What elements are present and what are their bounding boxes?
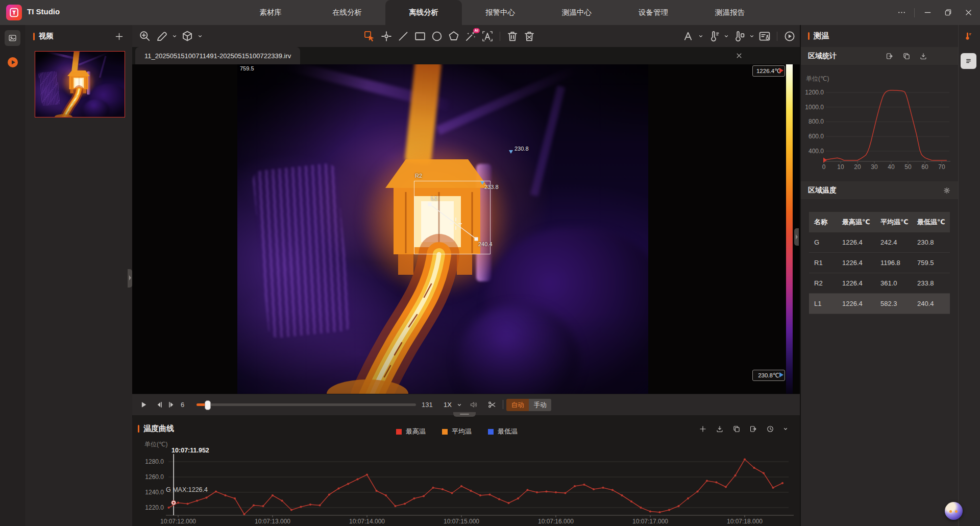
- temp-point-icon[interactable]: [707, 30, 720, 43]
- media-gallery-icon[interactable]: [5, 30, 20, 46]
- svg-text:20: 20: [854, 163, 861, 171]
- chevron-down-icon[interactable]: [172, 34, 177, 39]
- svg-text:10:07:15.000: 10:07:15.000: [444, 518, 479, 525]
- tab-离线分析[interactable]: 离线分析: [385, 0, 462, 25]
- export-icon[interactable]: [749, 425, 757, 433]
- ai-detect-icon[interactable]: AI: [464, 30, 477, 43]
- current-frame: 6: [181, 401, 184, 409]
- clock-icon[interactable]: [766, 425, 774, 433]
- timeline-slider[interactable]: [197, 403, 416, 406]
- thermal-viewer[interactable]: 759.5 230.8 R2 233.8 L1 240.4 1226.4℃ 23…: [132, 64, 800, 394]
- delete-all-icon[interactable]: [523, 30, 536, 43]
- rect-tool-icon[interactable]: [413, 30, 427, 43]
- line-tool-icon[interactable]: [397, 30, 410, 43]
- chevron-down-icon[interactable]: [783, 426, 788, 432]
- svg-text:1260.0: 1260.0: [145, 473, 164, 481]
- download-icon[interactable]: [716, 425, 724, 433]
- scissors-icon[interactable]: [487, 400, 497, 410]
- minimize-icon[interactable]: [920, 5, 935, 20]
- chevron-down-icon[interactable]: [724, 34, 729, 39]
- list-icon[interactable]: [961, 53, 976, 69]
- record-play-icon[interactable]: [8, 57, 18, 67]
- file-tab-bar: 11_20250515100711491-20250515100722339.i…: [132, 47, 800, 64]
- speed-select[interactable]: 1X: [444, 401, 452, 409]
- tab-测温中心[interactable]: 测温中心: [538, 0, 615, 25]
- copy-icon[interactable]: [732, 425, 741, 433]
- assistant-chat-button[interactable]: [945, 502, 963, 520]
- pen-style-icon[interactable]: [155, 30, 168, 43]
- manual-mode-button[interactable]: 手动: [529, 399, 551, 411]
- thermometer-icon[interactable]: [963, 31, 972, 41]
- chevron-down-icon[interactable]: [698, 34, 703, 39]
- svg-text:800.0: 800.0: [808, 118, 824, 125]
- total-frames: 131: [422, 401, 433, 409]
- polygon-tool-icon[interactable]: [447, 30, 460, 43]
- font-icon[interactable]: [681, 30, 695, 43]
- add-icon[interactable]: [699, 425, 707, 433]
- tab-设备管理[interactable]: 设备管理: [615, 0, 692, 25]
- tab-在线分析[interactable]: 在线分析: [309, 0, 385, 25]
- svg-text:70: 70: [938, 163, 945, 171]
- delete-icon[interactable]: [506, 30, 519, 43]
- palette-cube-icon[interactable]: [181, 30, 194, 43]
- colorbar-max-marker[interactable]: [779, 68, 783, 73]
- speaker-icon[interactable]: [469, 400, 479, 410]
- chevron-down-icon[interactable]: [749, 34, 754, 39]
- step-back-icon[interactable]: [154, 400, 164, 410]
- video-panel-title: 视频: [39, 32, 53, 41]
- r1-min-label: 759.5: [240, 65, 254, 71]
- close-icon[interactable]: [961, 5, 976, 20]
- gear-icon[interactable]: [943, 186, 951, 195]
- close-icon[interactable]: [734, 51, 744, 60]
- video-panel: 视频: [25, 25, 133, 526]
- copy-icon[interactable]: [902, 52, 911, 60]
- maximize-icon[interactable]: [940, 5, 955, 20]
- svg-text:10:07:11.952: 10:07:11.952: [172, 447, 209, 454]
- svg-text:10:07:13.000: 10:07:13.000: [255, 518, 290, 525]
- table-row-R2[interactable]: R21226.4361.0233.8: [809, 273, 950, 294]
- tab-报警中心[interactable]: 报警中心: [462, 0, 538, 25]
- region-stats-header: 区域统计: [801, 47, 958, 65]
- legend-最高温[interactable]: 最高温: [396, 427, 426, 436]
- table-row-R1[interactable]: R11226.41196.8759.5: [809, 253, 950, 273]
- step-forward-icon[interactable]: [167, 400, 177, 410]
- left-panel-collapse-handle[interactable]: [128, 269, 132, 288]
- play-export-icon[interactable]: [783, 30, 796, 43]
- region-temps-table: 名称最高温℃平均温℃最低温℃G1226.4242.4230.8R11226.41…: [809, 212, 950, 314]
- slider-handle[interactable]: [205, 400, 211, 410]
- text-tool-icon[interactable]: [481, 30, 494, 43]
- tab-素材库[interactable]: 素材库: [232, 0, 309, 25]
- table-row-L1[interactable]: L11226.4582.3240.4: [809, 294, 950, 314]
- app-title: TI Studio: [27, 7, 60, 16]
- add-video-icon[interactable]: [113, 30, 125, 42]
- more-icon[interactable]: [894, 5, 909, 20]
- chevron-down-icon[interactable]: [457, 402, 462, 408]
- download-icon[interactable]: [919, 52, 927, 60]
- right-panel-collapse-handle[interactable]: [794, 228, 799, 246]
- temp-card-icon[interactable]: [758, 30, 771, 43]
- video-thumbnail[interactable]: [35, 51, 125, 117]
- panel-collapse-handle[interactable]: [453, 412, 476, 417]
- temperature-colorbar[interactable]: [786, 64, 793, 394]
- colorbar-min-marker[interactable]: [779, 372, 783, 377]
- zoom-in-icon[interactable]: [138, 30, 152, 43]
- table-row-G[interactable]: G1226.4242.4230.8: [809, 232, 950, 253]
- analysis-toolbar: AI: [132, 25, 800, 47]
- play-icon[interactable]: [139, 400, 149, 410]
- chevron-down-icon[interactable]: [198, 34, 203, 39]
- legend-最低温[interactable]: 最低温: [488, 427, 518, 436]
- temp-region-icon[interactable]: [732, 30, 746, 43]
- svg-text:10:07:18.000: 10:07:18.000: [727, 518, 763, 525]
- l1-line-annotation[interactable]: [408, 166, 510, 258]
- measurement-panel-title: 测温: [814, 31, 829, 41]
- file-tab[interactable]: 11_20250515100711491-20250515100722339.i…: [135, 47, 300, 64]
- auto-mode-button[interactable]: 自动: [506, 399, 529, 411]
- export-icon[interactable]: [886, 52, 894, 60]
- svg-text:1280.0: 1280.0: [145, 458, 164, 465]
- tab-测温报告[interactable]: 测温报告: [692, 0, 768, 25]
- ellipse-tool-icon[interactable]: [430, 30, 444, 43]
- legend-平均温[interactable]: 平均温: [442, 427, 472, 436]
- svg-text:10: 10: [837, 163, 844, 171]
- point-tool-icon[interactable]: [380, 30, 393, 43]
- select-cursor-icon[interactable]: [363, 30, 376, 43]
